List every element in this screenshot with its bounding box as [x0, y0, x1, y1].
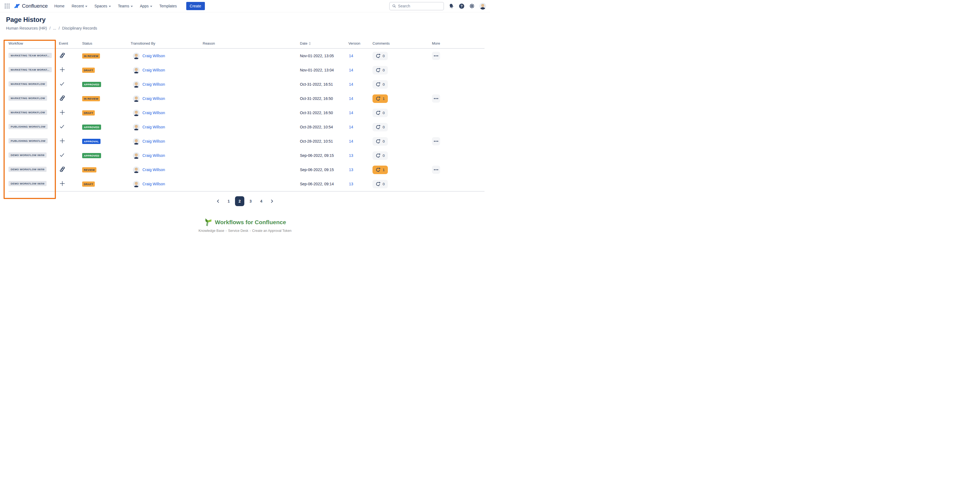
workflow-pill[interactable]: MARKETING WORKFLOW — [8, 81, 47, 87]
avatar[interactable] — [133, 95, 140, 102]
avatar[interactable] — [133, 52, 140, 59]
user-name-link[interactable]: Craig Willson — [142, 168, 165, 172]
avatar[interactable] — [133, 152, 140, 159]
comment-button[interactable]: 1 — [372, 166, 388, 174]
workflows-brand[interactable]: Workflows for Confluence — [204, 218, 286, 227]
nav-item-templates[interactable]: Templates — [159, 4, 177, 8]
event-cell — [59, 181, 82, 187]
table-row: PUBLISHING WORKFLOW APPROVED Cra — [8, 120, 485, 134]
footer-link-service-desk[interactable]: Service Desk — [228, 229, 248, 233]
more-button[interactable] — [432, 94, 440, 103]
notifications-bell-icon[interactable] — [449, 3, 454, 9]
version-link[interactable]: 13 — [349, 153, 353, 158]
header-event: Event — [59, 41, 82, 46]
avatar[interactable] — [133, 138, 140, 145]
status-badge: DRAFT — [82, 181, 95, 187]
user-name-link[interactable]: Craig Willson — [142, 125, 165, 129]
version-link[interactable]: 14 — [349, 54, 353, 58]
comment-button[interactable]: 0 — [372, 66, 388, 74]
version-link[interactable]: 13 — [349, 168, 353, 172]
comment-button[interactable]: 0 — [372, 52, 388, 60]
version-link[interactable]: 14 — [349, 139, 353, 143]
more-button[interactable] — [432, 137, 440, 145]
page-button[interactable]: 1 — [224, 196, 233, 206]
user-name-link[interactable]: Craig Willson — [142, 54, 165, 58]
settings-gear-icon[interactable] — [469, 3, 475, 9]
breadcrumb-space[interactable]: Human Resources (HR) — [6, 26, 47, 30]
avatar[interactable] — [133, 109, 140, 116]
event-cell — [59, 53, 82, 59]
add-comment-icon — [375, 167, 381, 173]
search-box[interactable] — [389, 2, 444, 10]
avatar[interactable] — [133, 124, 140, 131]
version-link[interactable]: 14 — [349, 82, 353, 87]
workflow-pill[interactable]: MARKETING TEAM WORKF... — [8, 67, 52, 72]
help-icon[interactable]: ? — [459, 3, 465, 9]
user-name-link[interactable]: Craig Willson — [142, 182, 165, 186]
comment-count: 0 — [383, 82, 385, 87]
comment-button[interactable]: 0 — [372, 151, 388, 160]
avatar[interactable] — [133, 81, 140, 88]
workflow-pill[interactable]: MARKETING WORKFLOW — [8, 110, 47, 115]
confluence-logo[interactable]: Confluence — [14, 3, 48, 9]
page-button[interactable]: 3 — [246, 196, 255, 206]
event-cell — [59, 82, 82, 87]
breadcrumb-ellipsis[interactable]: ... — [53, 26, 56, 30]
event-cell — [59, 153, 82, 158]
comment-button[interactable]: 0 — [372, 109, 388, 117]
workflow-pill[interactable]: MARKETING WORKFLOW — [8, 95, 47, 101]
page-button[interactable]: 4 — [257, 196, 266, 206]
version-link[interactable]: 14 — [349, 97, 353, 101]
page-button[interactable]: 2 — [235, 196, 244, 206]
footer-link-knowledge-base[interactable]: Knowledge Base — [199, 229, 224, 233]
user-name-link[interactable]: Craig Willson — [142, 97, 165, 101]
footer: Workflows for Confluence Knowledge Base … — [0, 218, 490, 233]
version-link[interactable]: 14 — [349, 68, 353, 72]
comment-button[interactable]: 1 — [372, 94, 388, 103]
comment-button[interactable]: 0 — [372, 137, 388, 146]
breadcrumb-page[interactable]: Disciplinary Records — [62, 26, 97, 30]
user-avatar[interactable] — [479, 3, 486, 10]
avatar[interactable] — [133, 67, 140, 74]
previous-page-button[interactable] — [214, 196, 223, 206]
next-page-button[interactable] — [267, 196, 276, 206]
search-input[interactable] — [398, 4, 441, 8]
workflow-pill[interactable]: PUBLISHING WORKFLOW — [8, 124, 48, 129]
comment-button[interactable]: 0 — [372, 180, 388, 188]
transitioned-by-cell: Craig Willson — [130, 138, 203, 145]
transitioned-by-cell: Craig Willson — [130, 166, 203, 173]
nav-item-apps[interactable]: Apps — [140, 4, 152, 8]
approved-check-icon — [60, 82, 64, 86]
version-link[interactable]: 14 — [349, 125, 353, 129]
workflow-pill[interactable]: DEMO WORKFLOW 06/09 — [8, 181, 46, 186]
user-name-link[interactable]: Craig Willson — [142, 139, 165, 143]
more-button[interactable] — [432, 166, 440, 174]
nav-item-teams[interactable]: Teams — [118, 4, 133, 8]
user-name-link[interactable]: Craig Willson — [142, 153, 165, 158]
nav-item-recent[interactable]: Recent — [72, 4, 87, 8]
workflow-pill[interactable]: PUBLISHING WORKFLOW — [8, 138, 48, 143]
more-button[interactable] — [432, 52, 440, 60]
workflow-pill[interactable]: DEMO WORKFLOW 06/09 — [8, 167, 46, 172]
create-button[interactable]: Create — [186, 2, 205, 10]
version-link[interactable]: 14 — [349, 111, 353, 115]
transitioned-by-cell: Craig Willson — [130, 95, 203, 102]
comment-count: 0 — [383, 68, 385, 72]
comment-button[interactable]: 0 — [372, 80, 388, 89]
avatar[interactable] — [133, 181, 140, 187]
workflow-pill[interactable]: DEMO WORKFLOW 06/09 — [8, 152, 46, 158]
user-name-link[interactable]: Craig Willson — [142, 111, 165, 115]
nav-item-spaces[interactable]: Spaces — [94, 4, 111, 8]
event-cell — [59, 67, 82, 73]
user-name-link[interactable]: Craig Willson — [142, 82, 165, 87]
header-date[interactable]: Date — [300, 41, 348, 46]
version-link[interactable]: 13 — [349, 182, 353, 186]
comment-button[interactable]: 0 — [372, 123, 388, 132]
user-name-link[interactable]: Craig Willson — [142, 68, 165, 72]
date-text: Sep-06-2022, 09:15 — [300, 153, 348, 158]
avatar[interactable] — [133, 166, 140, 173]
footer-link-approval-token[interactable]: Create an Approval Token — [252, 229, 292, 233]
workflow-pill[interactable]: MARKETING TEAM WORKF... — [8, 53, 52, 58]
nav-item-home[interactable]: Home — [54, 4, 64, 8]
app-switcher-icon[interactable] — [3, 2, 11, 10]
